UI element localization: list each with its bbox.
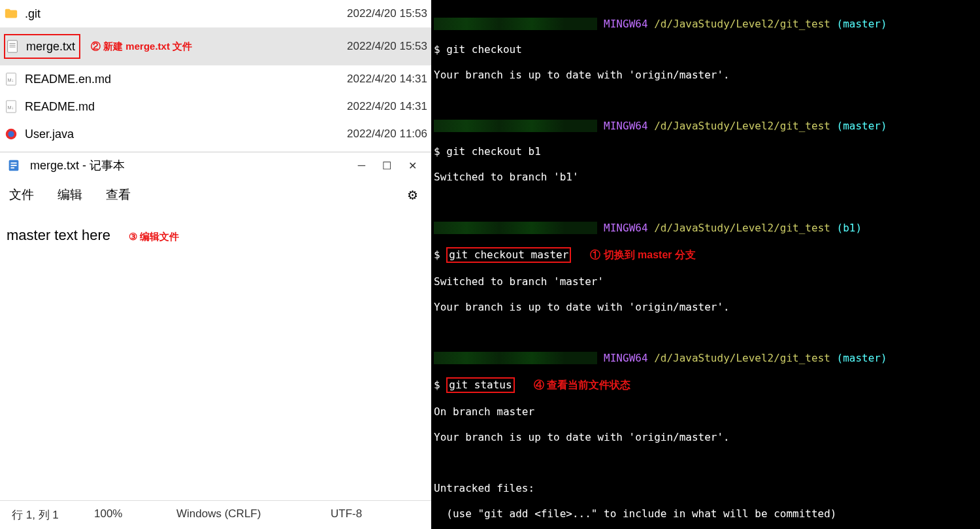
menu-view[interactable]: 查看	[106, 186, 131, 203]
file-name: README.en.md	[25, 73, 347, 86]
svg-rect-12	[10, 165, 16, 166]
annotation-2: ② 新建 merge.txt 文件	[91, 41, 192, 53]
file-row-readme-en[interactable]: M↓ README.en.md 2022/4/20 14:31	[0, 65, 431, 93]
svg-rect-11	[10, 162, 16, 163]
file-name: merge.txt	[26, 40, 75, 54]
file-row-user-java[interactable]: User.java 2022/4/20 11:06	[0, 120, 431, 148]
notepad-menubar: 文件 编辑 查看 ⚙	[0, 179, 431, 211]
notepad-window: merge.txt - 记事本 ─ ☐ ✕ 文件 编辑 查看 ⚙ master …	[0, 152, 431, 529]
java-file-icon	[4, 127, 18, 141]
notepad-titlebar: merge.txt - 记事本 ─ ☐ ✕	[0, 152, 431, 179]
minimize-button[interactable]: ─	[358, 160, 365, 172]
file-name: README.md	[25, 100, 347, 114]
status-position: 行 1, 列 1	[12, 507, 71, 522]
svg-rect-0	[8, 41, 18, 52]
folder-icon	[4, 7, 18, 21]
svg-text:M↓: M↓	[8, 77, 14, 83]
notepad-icon	[7, 158, 21, 173]
markdown-file-icon: M↓	[4, 72, 18, 86]
file-date: 2022/4/20 14:31	[347, 73, 427, 86]
annotation-1: ① 切换到 master 分支	[590, 249, 696, 260]
file-row-merge[interactable]: merge.txt ② 新建 merge.txt 文件 2022/4/20 15…	[0, 27, 431, 65]
file-date: 2022/4/20 14:31	[347, 100, 427, 113]
annotation-4: ④ 查看当前文件状态	[534, 379, 630, 390]
menu-edit[interactable]: 编辑	[57, 186, 82, 203]
menu-file[interactable]: 文件	[9, 186, 34, 203]
file-name: .git	[25, 7, 347, 21]
settings-icon[interactable]: ⚙	[407, 188, 418, 203]
file-name: User.java	[25, 128, 347, 141]
cmd-checkout-master: git checkout master	[446, 247, 571, 263]
status-encoding: UTF-8	[331, 507, 362, 522]
file-row-readme[interactable]: M↓ README.md 2022/4/20 14:31	[0, 93, 431, 120]
cmd-status: git status	[446, 377, 514, 393]
status-zoom: 100%	[94, 507, 153, 522]
file-date: 2022/4/20 11:06	[347, 128, 427, 141]
text-file-icon	[5, 39, 20, 54]
maximize-button[interactable]: ☐	[382, 160, 391, 172]
terminal[interactable]: ██████████████████████████ MINGW64 /d/Ja…	[431, 0, 980, 529]
markdown-file-icon: M↓	[4, 99, 18, 114]
status-eol: Windows (CRLF)	[176, 507, 307, 522]
svg-text:M↓: M↓	[8, 105, 14, 111]
file-list: .git 2022/4/20 15:53 merge.txt ② 新建 merg…	[0, 0, 431, 148]
file-date: 2022/4/20 15:53	[347, 7, 427, 20]
svg-rect-13	[10, 167, 14, 169]
notepad-content[interactable]: master text here ③ 编辑文件	[0, 211, 431, 500]
file-date: 2022/4/20 15:53	[347, 40, 427, 53]
svg-point-9	[8, 131, 14, 137]
file-row-git[interactable]: .git 2022/4/20 15:53	[0, 0, 431, 27]
close-button[interactable]: ✕	[408, 160, 417, 172]
content-text: master text here	[7, 227, 110, 243]
annotation-3: ③ 编辑文件	[129, 231, 179, 242]
notepad-statusbar: 行 1, 列 1 100% Windows (CRLF) UTF-8	[0, 500, 431, 529]
notepad-title: merge.txt - 记事本	[30, 158, 358, 173]
